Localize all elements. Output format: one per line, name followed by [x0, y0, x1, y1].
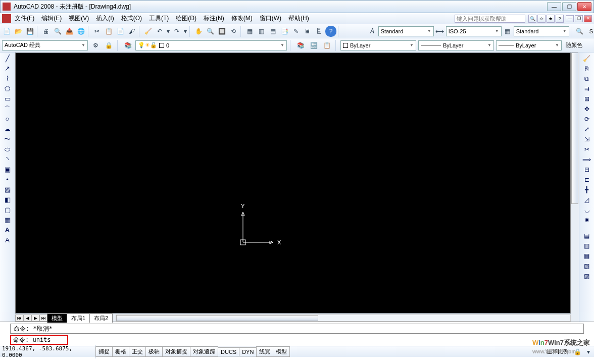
menu-insert[interactable]: 插入(I)	[92, 13, 117, 24]
hatch-icon[interactable]: ▨	[2, 185, 13, 194]
ortho-toggle[interactable]: 正交	[129, 346, 146, 357]
save-icon[interactable]: 💾	[24, 26, 35, 37]
workspace-lock-icon[interactable]: 🔒	[103, 40, 114, 51]
dyn-toggle[interactable]: DYN	[239, 347, 257, 356]
tab-layout1[interactable]: 布局1	[67, 314, 90, 323]
doc-close-button[interactable]: ✕	[584, 15, 592, 22]
mtext-icon[interactable]: A	[2, 225, 13, 235]
line-icon[interactable]: ╱	[2, 54, 13, 63]
join-icon[interactable]: ╋	[581, 185, 592, 194]
doc-restore-button[interactable]: ❐	[575, 15, 583, 22]
lwt-toggle[interactable]: 线宽	[256, 346, 273, 357]
properties-icon[interactable]: ▦	[244, 26, 255, 37]
hscrollbar[interactable]	[116, 315, 571, 322]
move-icon[interactable]: ✥	[581, 104, 592, 114]
osnap-toggle[interactable]: 对象捕捉	[162, 346, 190, 357]
menu-format[interactable]: 格式(O)	[118, 13, 145, 24]
trim-icon[interactable]: ✂	[581, 144, 592, 154]
menu-tools[interactable]: 工具(T)	[145, 13, 172, 24]
arc-icon[interactable]: ⌒	[2, 104, 13, 114]
tab-first-icon[interactable]: ⏮	[15, 315, 23, 322]
ducs-toggle[interactable]: DUCS	[218, 347, 239, 356]
array-icon[interactable]: ⊞	[581, 94, 592, 103]
layer-match-icon[interactable]: 📋	[321, 40, 332, 51]
table-style-dropdown[interactable]: Standard▼	[514, 26, 569, 36]
undo-dropdown-icon[interactable]: ▾	[166, 26, 171, 37]
extend-icon[interactable]: ⟹	[581, 154, 592, 164]
menu-help[interactable]: 帮助(H)	[285, 13, 313, 24]
command-line[interactable]: 命令: units	[10, 335, 68, 345]
layer-prop-icon[interactable]: 📚	[122, 40, 133, 51]
cut-icon[interactable]: ✂	[91, 26, 103, 37]
undo-icon[interactable]: ↶	[154, 26, 165, 37]
menu-draw[interactable]: 绘图(D)	[172, 13, 200, 24]
workspace-settings-icon[interactable]: ⚙	[90, 40, 101, 51]
menu-view[interactable]: 视图(V)	[65, 13, 92, 24]
hscroll-thumb[interactable]	[116, 315, 318, 321]
break-icon[interactable]: ⊏	[581, 175, 592, 184]
coordinates[interactable]: 1910.4367, -583.6875, 0.0000	[0, 345, 96, 358]
tab-next-icon[interactable]: ▶	[31, 315, 39, 322]
tab-last-icon[interactable]: ⏭	[39, 315, 47, 322]
designcenter-icon[interactable]: ▥	[256, 26, 267, 37]
rotate-icon[interactable]: ⟳	[581, 114, 592, 124]
copy-icon[interactable]: 📋	[103, 26, 114, 37]
block-icon[interactable]: ▣	[2, 165, 13, 174]
chamfer-icon[interactable]: ◿	[581, 195, 592, 204]
sheetset-icon[interactable]: 📑	[279, 26, 290, 37]
mirror-icon[interactable]: ⧉	[581, 74, 592, 83]
publish-icon[interactable]: 📤	[64, 26, 75, 37]
open-icon[interactable]: 📂	[13, 26, 24, 37]
dbconnect-icon[interactable]: 🗄	[314, 26, 325, 37]
doc-minimize-button[interactable]: —	[566, 15, 574, 22]
ellipse-arc-icon[interactable]: ◝	[2, 154, 13, 164]
paste-icon[interactable]: 📄	[115, 26, 126, 37]
help-button-icon[interactable]: ?	[325, 26, 336, 37]
stretch-icon[interactable]: ⇲	[581, 134, 592, 144]
help-search-input[interactable]	[455, 15, 525, 23]
linetype-dropdown[interactable]: ByLayer▼	[418, 40, 494, 50]
print-icon[interactable]: 🖨	[40, 26, 52, 37]
new-icon[interactable]: 📄	[1, 26, 12, 37]
toolpalettes-icon[interactable]: ▤	[267, 26, 278, 37]
revcloud-icon[interactable]: ☁	[2, 124, 13, 134]
globe-icon[interactable]: 🌐	[75, 26, 86, 37]
polygon-icon[interactable]: ⬠	[2, 84, 13, 93]
eraser-icon[interactable]: 🧹	[142, 26, 154, 37]
lineweight-dropdown[interactable]: ByLayer▼	[496, 40, 562, 50]
redo-dropdown-icon[interactable]: ▾	[183, 26, 188, 37]
workspace-dropdown[interactable]: AutoCAD 经典▼	[2, 40, 88, 50]
pan-icon[interactable]: ✋	[193, 26, 204, 37]
layer-prev-icon[interactable]: 🔙	[308, 40, 319, 51]
app-menu-icon[interactable]	[2, 14, 11, 23]
menu-modify[interactable]: 修改(M)	[228, 13, 256, 24]
fillet-icon[interactable]: ◡	[581, 205, 592, 215]
tab-layout2[interactable]: 布局2	[89, 314, 113, 323]
markup-icon[interactable]: ✎	[290, 26, 302, 37]
tp-icon[interactable]: ▨	[581, 271, 592, 281]
menu-window[interactable]: 窗口(W)	[256, 13, 285, 24]
layer-dropdown[interactable]: 💡 ☀ 🔓 0 ▼	[135, 40, 287, 50]
color-dropdown[interactable]: ByLayer▼	[340, 40, 416, 50]
scale-icon[interactable]: ⤢	[581, 124, 592, 134]
comm-center-icon[interactable]: ☆	[537, 15, 546, 23]
rect-icon[interactable]: ▭	[2, 94, 13, 103]
tab-model[interactable]: 模型	[47, 314, 67, 323]
palettes-icon[interactable]: ▥	[581, 241, 592, 250]
quickcalc-icon[interactable]: 🖩	[302, 26, 313, 37]
offset-icon[interactable]: ⇉	[581, 84, 592, 93]
polar-toggle[interactable]: 极轴	[145, 346, 163, 357]
vscroll-thumb[interactable]	[571, 53, 578, 204]
dashboard-icon[interactable]: ▤	[581, 231, 592, 240]
pline-icon[interactable]: ⌇	[2, 74, 13, 83]
layer-states-icon[interactable]: 📚	[295, 40, 306, 51]
vscrollbar[interactable]	[571, 53, 579, 322]
model-toggle[interactable]: 模型	[273, 346, 290, 357]
search-icon[interactable]: 🔍	[528, 15, 536, 23]
props-icon[interactable]: ▦	[581, 251, 592, 261]
region-icon[interactable]: ▢	[2, 205, 13, 215]
text-style-dropdown[interactable]: Standard▼	[378, 26, 434, 36]
table-icon[interactable]: ▦	[2, 215, 13, 225]
close-button[interactable]: ✕	[577, 2, 591, 11]
zoom-win-icon[interactable]: 🔲	[216, 26, 227, 37]
